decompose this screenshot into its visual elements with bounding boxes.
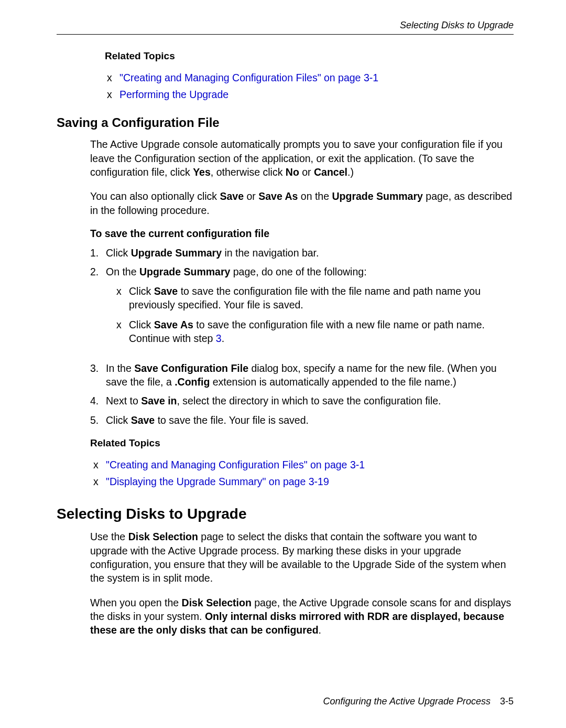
paragraph: You can also optionally click Save or Sa… <box>90 189 514 217</box>
related-topics-heading: Related Topics <box>90 437 514 449</box>
running-header: Selecting Disks to Upgrade <box>57 20 514 31</box>
list-item: "Creating and Managing Configuration Fil… <box>107 69 514 86</box>
section-heading-saving: Saving a Configuration File <box>57 115 514 130</box>
header-rule <box>57 34 514 35</box>
sub-bullet: Click Save to save the configuration fil… <box>116 284 514 312</box>
paragraph: The Active Upgrade console automatically… <box>90 137 514 179</box>
list-item: 1. Click Upgrade Summary in the navigati… <box>90 246 514 260</box>
related-topics-list: "Creating and Managing Configuration Fil… <box>93 456 514 490</box>
list-item: "Creating and Managing Configuration Fil… <box>93 456 514 473</box>
list-item: 4. Next to Save in, select the directory… <box>90 394 514 408</box>
related-topics-list: "Creating and Managing Configuration Fil… <box>107 69 514 103</box>
related-topics-heading: Related Topics <box>105 50 514 62</box>
list-item: 5. Click Save to save the file. Your fil… <box>90 413 514 427</box>
step-number: 1. <box>90 246 106 260</box>
step-number: 5. <box>90 413 106 427</box>
paragraph: When you open the Disk Selection page, t… <box>90 596 514 637</box>
list-item: 2. On the Upgrade Summary page, do one o… <box>90 265 514 352</box>
step-number: 2. <box>90 265 106 352</box>
list-item: 3. In the Save Configuration File dialog… <box>90 361 514 389</box>
paragraph: Use the Disk Selection page to select th… <box>90 530 514 585</box>
xref-link[interactable]: "Creating and Managing Configuration Fil… <box>106 459 365 470</box>
page-footer: Configuring the Active Upgrade Process3-… <box>323 696 514 707</box>
xref-link[interactable]: Performing the Upgrade <box>119 89 228 100</box>
procedure-list: 1. Click Upgrade Summary in the navigati… <box>90 246 514 427</box>
xref-link[interactable]: "Creating and Managing Configuration Fil… <box>119 72 378 83</box>
sub-bullet: Click Save As to save the configuration … <box>116 318 514 346</box>
step-xref-link[interactable]: 3 <box>216 333 222 344</box>
list-item: "Displaying the Upgrade Summary" on page… <box>93 473 514 490</box>
page-number: 3-5 <box>500 696 514 706</box>
section-heading-selecting: Selecting Disks to Upgrade <box>57 506 514 522</box>
procedure-heading: To save the current configuration file <box>90 228 514 240</box>
list-item: Performing the Upgrade <box>107 86 514 103</box>
step-number: 4. <box>90 394 106 408</box>
step-number: 3. <box>90 361 106 389</box>
footer-text: Configuring the Active Upgrade Process <box>323 696 491 706</box>
xref-link[interactable]: "Displaying the Upgrade Summary" on page… <box>106 476 329 487</box>
